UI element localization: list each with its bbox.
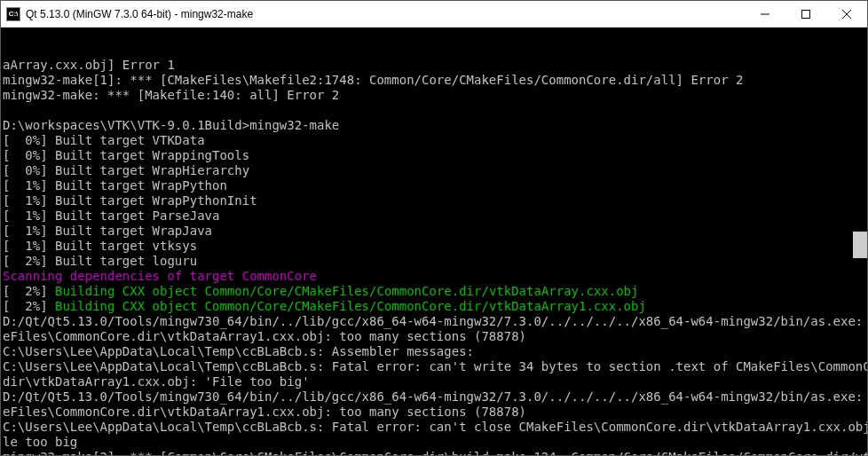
terminal-line: [ 0%] Built target VTKData xyxy=(3,133,865,148)
window-controls xyxy=(745,1,867,27)
minimize-icon xyxy=(761,10,769,19)
terminal-line: [ 1%] Built target WrapJava xyxy=(3,224,865,239)
terminal-line: [ 2%] Building CXX object Common/Core/CM… xyxy=(3,284,865,299)
terminal-line: [ 1%] Built target WrapPython xyxy=(3,178,865,193)
terminal-line: C:\Users\Lee\AppData\Local\Temp\ccBLaBcb… xyxy=(3,420,865,435)
terminal-line: [ 2%] Building CXX object Common/Core/CM… xyxy=(3,299,865,314)
svg-rect-1 xyxy=(802,10,810,18)
window-titlebar: C:\ Qt 5.13.0 (MinGW 7.3.0 64-bit) - min… xyxy=(1,1,867,28)
terminal-line: mingw32-make[2]: *** [Common\Core\CMakeF… xyxy=(3,450,865,455)
terminal-line: Scanning dependencies of target CommonCo… xyxy=(3,269,865,284)
terminal-line: eFiles\CommonCore.dir\vtkDataArray1.cxx.… xyxy=(3,329,865,344)
terminal-line: [ 1%] Built target vtksys xyxy=(3,239,865,254)
scrollbar-thumb[interactable] xyxy=(853,232,867,258)
terminal-line: [ 0%] Built target WrapHierarchy xyxy=(3,163,865,178)
terminal-line xyxy=(3,103,865,118)
maximize-icon xyxy=(801,10,810,19)
terminal-line: [ 1%] Built target WrapPythonInit xyxy=(3,193,865,208)
terminal-line: aArray.cxx.obj] Error 1 xyxy=(3,58,865,73)
close-icon xyxy=(842,10,851,19)
terminal-line: D:/Qt/Qt5.13.0/Tools/mingw730_64/bin/../… xyxy=(3,389,865,405)
terminal-line: C:\Users\Lee\AppData\Local\Temp\ccBLaBcb… xyxy=(3,344,865,359)
terminal-line: [ 2%] Built target loguru xyxy=(3,254,865,269)
app-icon-label: C:\ xyxy=(9,10,19,18)
terminal-line: [ 1%] Built target ParseJava xyxy=(3,208,865,224)
terminal-line: mingw32-make: *** [Makefile:140: all] Er… xyxy=(3,88,865,103)
terminal-output[interactable]: aArray.cxx.obj] Error 1mingw32-make[1]: … xyxy=(1,28,867,455)
maximize-button[interactable] xyxy=(785,1,826,27)
window-title: Qt 5.13.0 (MinGW 7.3.0 64-bit) - mingw32… xyxy=(26,8,745,20)
close-button[interactable] xyxy=(826,1,867,27)
terminal-line: le too big xyxy=(3,435,865,450)
terminal-line: eFiles\CommonCore.dir\vtkDataArray1.cxx.… xyxy=(3,405,865,420)
app-icon: C:\ xyxy=(6,7,20,21)
terminal-line: C:\Users\Lee\AppData\Local\Temp\ccBLaBcb… xyxy=(3,359,865,374)
terminal-line: D:/Qt/Qt5.13.0/Tools/mingw730_64/bin/../… xyxy=(3,314,865,329)
terminal-line: dir\vtkDataArray1.cxx.obj: 'File too big… xyxy=(3,374,865,389)
terminal-line: mingw32-make[1]: *** [CMakeFiles\Makefil… xyxy=(3,73,865,88)
minimize-button[interactable] xyxy=(745,1,785,27)
terminal-line: [ 0%] Built target WrappingTools xyxy=(3,148,865,163)
terminal-line: D:\workspaces\VTK\VTK-9.0.1Build>mingw32… xyxy=(3,118,865,133)
